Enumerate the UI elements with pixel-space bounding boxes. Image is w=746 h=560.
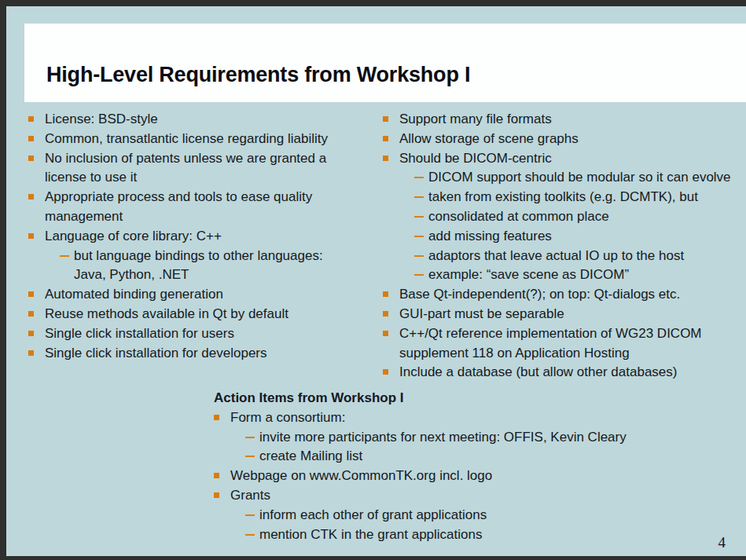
- list-item: Single click installation for developers: [28, 344, 351, 364]
- list-item-text: mention CTK in the grant applications: [259, 525, 725, 545]
- list-item-text: No inclusion of patents unless we are gr…: [45, 149, 351, 188]
- list-item: Appropriate process and tools to ease qu…: [28, 188, 351, 227]
- list-item-text: C++/Qt reference implementation of WG23 …: [399, 324, 743, 364]
- list-item-text: inform each other of grant applications: [259, 506, 725, 525]
- bullet-square-icon: [383, 369, 388, 375]
- sub-bullet-dash-icon: [414, 196, 424, 198]
- list-item-text: License: BSD-style: [45, 110, 351, 130]
- list-item: DICOM support should be modular so it ca…: [414, 168, 743, 188]
- list-item-text: Common, transatlantic license regarding …: [45, 130, 351, 149]
- list-item-text: Single click installation for users: [45, 324, 351, 344]
- list-item-text: consolidated at common place: [428, 207, 743, 227]
- list-item: mention CTK in the grant applications: [245, 525, 725, 545]
- list-item: Grants: [214, 486, 725, 506]
- bullet-square-icon: [383, 116, 388, 122]
- bullet-square-icon: [28, 331, 34, 336]
- list-item: No inclusion of patents unless we are gr…: [28, 149, 351, 188]
- list-item-text: Base Qt-independent(?); on top: Qt-dialo…: [399, 285, 743, 305]
- sub-bullet-dash-icon: [414, 236, 424, 237]
- sub-bullet-dash-icon: [414, 255, 424, 257]
- list-item-text: GUI-part must be separable: [399, 305, 743, 324]
- list-item: Reuse methods available in Qt by default: [28, 305, 351, 324]
- bullet-square-icon: [214, 415, 219, 420]
- right-column: Support many file formats Allow storage …: [383, 110, 743, 382]
- list-item-text: Allow storage of scene graphs: [399, 130, 743, 149]
- bullet-square-icon: [28, 156, 34, 161]
- list-item-text: Should be DICOM-centric: [399, 149, 743, 169]
- bullet-square-icon: [28, 116, 34, 122]
- bullet-square-icon: [383, 291, 388, 297]
- list-item-text: Language of core library: C++: [45, 227, 351, 247]
- sub-bullet-dash-icon: [245, 456, 255, 457]
- list-item-text: Webpage on www.CommonTK.org incl. logo: [230, 467, 725, 486]
- list-item-text: add missing features: [428, 227, 743, 247]
- bullet-square-icon: [214, 492, 219, 498]
- list-item: GUI-part must be separable: [383, 305, 743, 324]
- list-item-text: Automated binding generation: [45, 285, 351, 305]
- list-item-text: DICOM support should be modular so it ca…: [428, 168, 743, 188]
- list-item-text: Appropriate process and tools to ease qu…: [45, 188, 351, 227]
- list-item: Should be DICOM-centric: [383, 149, 743, 169]
- list-item: Include a database (but allow other data…: [383, 363, 743, 382]
- slide-frame: { "slide": { "title": "High-Level Requir…: [0, 0, 746, 560]
- page-number: 4: [718, 534, 726, 551]
- list-item: add missing features: [414, 227, 743, 247]
- list-item-text: adaptors that leave actual IO up to the …: [428, 247, 743, 266]
- sub-bullet-dash-icon: [60, 255, 69, 257]
- bullet-square-icon: [28, 194, 34, 199]
- bullet-square-icon: [28, 136, 34, 141]
- list-item: Language of core library: C++: [28, 227, 351, 247]
- bullet-square-icon: [383, 331, 388, 336]
- action-items-list: Form a consortium: invite more participa…: [214, 408, 725, 545]
- sub-bullet-dash-icon: [245, 437, 255, 438]
- action-items-heading: Action Items from Workshop I: [214, 389, 725, 408]
- list-item-text: Reuse methods available in Qt by default: [45, 305, 351, 324]
- list-item: example: “save scene as DICOM”: [414, 265, 743, 285]
- list-item-text: but language bindings to other languages…: [74, 247, 351, 286]
- bullet-square-icon: [214, 473, 219, 478]
- list-item: create Mailing list: [245, 447, 725, 467]
- title-bar: High-Level Requirements from Workshop I: [24, 24, 746, 102]
- bullet-square-icon: [383, 156, 388, 161]
- bullet-square-icon: [383, 136, 388, 141]
- list-item: taken from existing toolkits (e.g. DCMTK…: [414, 188, 743, 207]
- bullet-square-icon: [383, 311, 388, 317]
- list-item-text: example: “save scene as DICOM”: [428, 265, 743, 285]
- list-item-text: Include a database (but allow other data…: [399, 363, 743, 382]
- list-item-text: invite more participants for next meetin…: [259, 428, 725, 448]
- list-item: Automated binding generation: [28, 285, 351, 305]
- slide: High-Level Requirements from Workshop I …: [6, 6, 746, 556]
- list-item: Base Qt-independent(?); on top: Qt-dialo…: [383, 285, 743, 305]
- list-item: invite more participants for next meetin…: [245, 428, 725, 448]
- list-item: Common, transatlantic license regarding …: [28, 130, 351, 149]
- list-item: Form a consortium:: [214, 408, 725, 428]
- list-item-text: Form a consortium:: [230, 408, 725, 428]
- list-item: Support many file formats: [383, 110, 743, 130]
- bullet-square-icon: [28, 350, 34, 356]
- list-item: adaptors that leave actual IO up to the …: [414, 247, 743, 266]
- list-item-text: Grants: [230, 486, 725, 506]
- list-item: Single click installation for users: [28, 324, 351, 344]
- bullet-square-icon: [28, 311, 34, 317]
- list-item-text: create Mailing list: [259, 447, 725, 467]
- list-item: Webpage on www.CommonTK.org incl. logo: [214, 467, 725, 486]
- list-item: C++/Qt reference implementation of WG23 …: [383, 324, 743, 364]
- list-item: License: BSD-style: [28, 110, 351, 130]
- slide-title: High-Level Requirements from Workshop I: [24, 24, 746, 87]
- list-item: Allow storage of scene graphs: [383, 130, 743, 149]
- sub-bullet-dash-icon: [245, 514, 255, 516]
- list-item-text: Single click installation for developers: [45, 344, 351, 364]
- list-item: but language bindings to other languages…: [60, 247, 351, 286]
- left-column: License: BSD-style Common, transatlantic…: [28, 110, 351, 363]
- list-item: consolidated at common place: [414, 207, 743, 227]
- action-items-section: Action Items from Workshop I Form a cons…: [214, 389, 725, 544]
- list-item-text: taken from existing toolkits (e.g. DCMTK…: [428, 188, 743, 207]
- bullet-square-icon: [28, 291, 34, 297]
- list-item: inform each other of grant applications: [245, 506, 725, 525]
- sub-bullet-dash-icon: [414, 216, 424, 218]
- sub-bullet-dash-icon: [414, 274, 424, 276]
- sub-bullet-dash-icon: [245, 534, 255, 536]
- list-item-text: Support many file formats: [399, 110, 743, 130]
- sub-bullet-dash-icon: [414, 177, 424, 178]
- bullet-square-icon: [28, 233, 34, 239]
